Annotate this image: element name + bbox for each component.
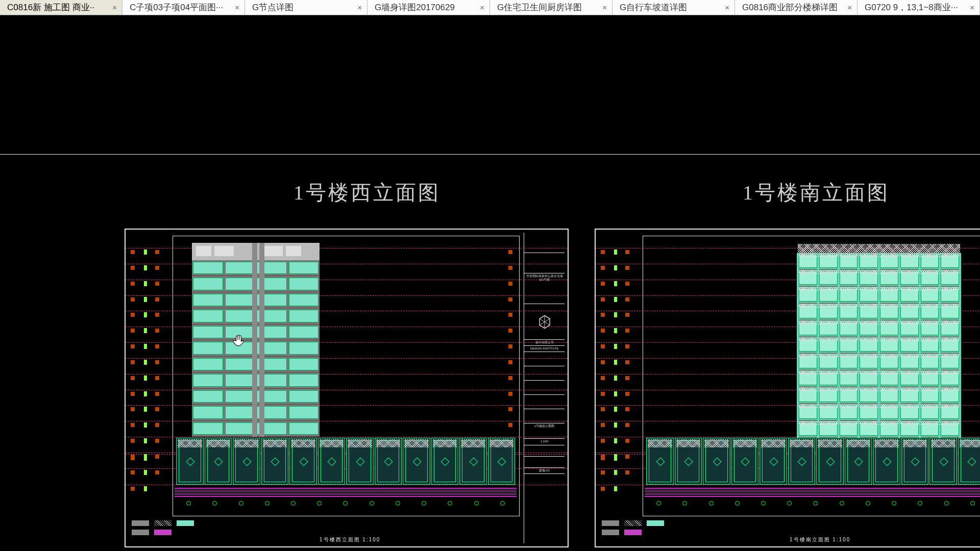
shop-bay <box>816 438 844 485</box>
tab-label: G墙身详图20170629 <box>375 2 455 13</box>
shop-bay <box>289 438 317 485</box>
shop-bay <box>675 438 702 485</box>
legend-swatch <box>624 530 642 535</box>
legend-swatch <box>177 520 194 526</box>
close-icon[interactable]: × <box>966 3 974 12</box>
drawing-title-south: 1号楼南立面图 <box>743 179 890 207</box>
legend-swatch <box>154 530 172 535</box>
shop-bay <box>205 438 232 485</box>
titleblock-firm1: 设计有限公司 <box>524 340 565 346</box>
tab-g-node[interactable]: G节点详图 × <box>245 0 368 15</box>
dimension-column-left <box>129 234 153 511</box>
close-icon[interactable]: × <box>108 3 117 12</box>
podium-west <box>176 438 516 485</box>
shop-bay <box>346 438 374 485</box>
podium-south <box>646 438 980 485</box>
legend <box>602 520 664 526</box>
tab-g0720[interactable]: G0720 9，13,1~8商业··· × <box>857 0 980 15</box>
tab-c0816[interactable]: C0816新 施工图 商业·· × <box>0 0 122 15</box>
close-icon[interactable]: × <box>231 3 239 12</box>
tower-west <box>192 243 320 437</box>
close-icon[interactable]: × <box>353 3 362 12</box>
shop-bay <box>646 438 674 485</box>
tab-label: G住宅卫生间厨房详图 <box>497 2 582 13</box>
shop-bay <box>375 438 402 485</box>
tab-label: G节点详图 <box>252 2 293 13</box>
shop-bay <box>958 438 981 485</box>
legend-swatch <box>602 520 619 526</box>
dimension-column-left <box>599 234 623 511</box>
sheet-caption-south: 1号楼南立面图 1:100 <box>790 536 850 543</box>
model-space-canvas[interactable]: 1号楼西立面图 1号楼南立面图 华发国际商务中心及住宅项目1号楼 设计有限公司 … <box>0 15 980 551</box>
close-icon[interactable]: × <box>476 3 484 12</box>
shop-bay <box>459 438 487 485</box>
tab-label: C0816新 施工图 商业·· <box>7 2 94 13</box>
legend-swatch <box>647 520 664 526</box>
legend-swatch <box>154 520 172 526</box>
sheet-south-elevation: 1号楼南立面图 1:100 <box>595 229 980 547</box>
document-tab-bar: C0816新 施工图 商业·· × C子项03子项04平面图··· × G节点详… <box>0 0 980 15</box>
tab-label: G0720 9，13,1~8商业··· <box>865 2 958 13</box>
close-icon[interactable]: × <box>598 3 607 12</box>
tab-c-subitem[interactable]: C子项03子项04平面图··· × <box>122 0 245 15</box>
titleblock-sheetname: 1号楼西立面图 <box>524 423 565 439</box>
drawing-title-west: 1号楼西立面图 <box>293 179 440 207</box>
title-block: 华发国际商务中心及住宅项目1号楼 设计有限公司 DESIGN INSTITUTE… <box>524 233 565 543</box>
titleblock-scale: 1:100 <box>524 439 565 445</box>
ground-hatch <box>175 488 517 497</box>
shop-bay <box>929 438 957 485</box>
legend-swatch <box>132 520 149 526</box>
tower-roof <box>798 244 960 253</box>
shop-bay <box>760 438 787 485</box>
sheet-west-elevation: 华发国际商务中心及住宅项目1号楼 设计有限公司 DESIGN INSTITUTE… <box>125 229 569 547</box>
shop-bay <box>873 438 900 485</box>
shop-bay <box>318 438 346 485</box>
titleblock-logo <box>524 304 565 340</box>
shop-bay <box>261 438 289 485</box>
ground-hatch <box>645 488 980 497</box>
shop-bay <box>233 438 260 485</box>
legend <box>132 520 194 526</box>
tab-g-bike[interactable]: G自行车坡道详图 × <box>612 0 735 15</box>
titleblock-sheetno: 建施-21 <box>524 468 565 474</box>
shop-bay <box>176 438 204 485</box>
dimension-column-left-2 <box>624 234 640 511</box>
close-icon[interactable]: × <box>721 3 729 12</box>
tab-label: G0816商业部分楼梯详图 <box>742 2 838 13</box>
shop-bay <box>703 438 730 485</box>
tab-label: C子项03子项04平面图··· <box>130 2 223 13</box>
sheet-caption-west: 1号楼西立面图 1:100 <box>320 536 380 543</box>
legend-swatch <box>132 530 149 535</box>
grid-bubbles <box>176 499 516 508</box>
titleblock-project: 华发国际商务中心及住宅项目1号楼 <box>524 273 565 304</box>
dimension-column-left-2 <box>154 234 169 511</box>
shop-bay <box>788 438 816 485</box>
tower-south <box>798 244 960 438</box>
shop-bay <box>901 438 929 485</box>
tab-label: G自行车坡道详图 <box>620 2 687 13</box>
shop-bay <box>731 438 759 485</box>
legend-swatch <box>624 520 642 526</box>
tab-g-wall[interactable]: G墙身详图20170629 × <box>368 0 490 15</box>
viewport-divider <box>0 154 980 155</box>
legend <box>602 530 642 535</box>
tab-g-kitchen[interactable]: G住宅卫生间厨房详图 × <box>490 0 612 15</box>
shop-bay <box>488 438 516 485</box>
legend-swatch <box>602 530 619 535</box>
legend <box>132 530 172 535</box>
shop-bay <box>431 438 459 485</box>
shop-bay <box>845 438 872 485</box>
titleblock-firm2: DESIGN INSTITUTE <box>524 346 565 352</box>
shop-bay <box>403 438 430 485</box>
grid-bubbles <box>646 499 980 508</box>
tab-g0816-stair[interactable]: G0816商业部分楼梯详图 × <box>735 0 857 15</box>
close-icon[interactable]: × <box>843 3 852 12</box>
